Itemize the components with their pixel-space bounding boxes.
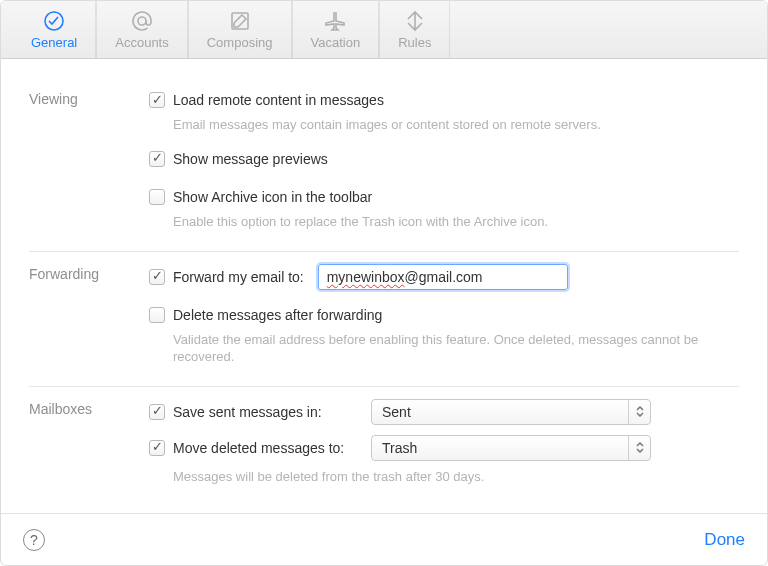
label-save-sent: Save sent messages in: xyxy=(173,404,363,420)
section-forwarding-title: Forwarding xyxy=(29,264,149,368)
tab-vacation-label: Vacation xyxy=(311,35,361,50)
dropdown-trash-value: Trash xyxy=(382,440,417,456)
checkmark-circle-icon xyxy=(42,9,66,33)
tab-composing[interactable]: Composing xyxy=(188,1,292,58)
section-mailboxes-title: Mailboxes xyxy=(29,399,149,488)
tab-composing-label: Composing xyxy=(207,35,273,50)
tab-accounts-label: Accounts xyxy=(115,35,168,50)
label-show-archive: Show Archive icon in the toolbar xyxy=(173,189,372,205)
hint-delete-after: Validate the email address before enabli… xyxy=(173,332,739,366)
preferences-window: General Accounts Composing Vacation Rule… xyxy=(0,0,768,566)
compose-icon xyxy=(228,9,252,33)
checkbox-move-deleted[interactable] xyxy=(149,440,165,456)
section-forwarding: Forwarding Forward my email to: mynewinb… xyxy=(29,252,739,387)
help-button[interactable]: ? xyxy=(23,529,45,551)
forward-email-value-word: mynewinbox xyxy=(327,269,405,285)
section-mailboxes: Mailboxes Save sent messages in: Sent xyxy=(29,387,739,506)
hint-trash: Messages will be deleted from the trash … xyxy=(173,469,739,486)
chevron-up-down-icon xyxy=(628,436,650,460)
toolbar: General Accounts Composing Vacation Rule… xyxy=(1,1,767,59)
section-viewing-title: Viewing xyxy=(29,89,149,233)
section-viewing: Viewing Load remote content in messages … xyxy=(29,77,739,252)
svg-point-1 xyxy=(138,17,146,25)
content-pane: Viewing Load remote content in messages … xyxy=(1,59,767,513)
tab-rules[interactable]: Rules xyxy=(379,1,450,58)
label-move-deleted: Move deleted messages to: xyxy=(173,440,363,456)
label-forward: Forward my email to: xyxy=(173,269,304,285)
forward-email-input[interactable]: mynewinbox@gmail.com xyxy=(318,264,568,290)
tab-accounts[interactable]: Accounts xyxy=(96,1,187,58)
footer: ? Done xyxy=(1,513,767,565)
airplane-icon xyxy=(323,9,347,33)
checkbox-delete-after[interactable] xyxy=(149,307,165,323)
at-sign-icon xyxy=(130,9,154,33)
dropdown-sent-mailbox[interactable]: Sent xyxy=(371,399,651,425)
checkbox-load-remote[interactable] xyxy=(149,92,165,108)
tab-general-label: General xyxy=(31,35,77,50)
hint-load-remote: Email messages may contain images or con… xyxy=(173,117,739,134)
checkbox-save-sent[interactable] xyxy=(149,404,165,420)
tab-general[interactable]: General xyxy=(13,1,96,58)
dropdown-sent-value: Sent xyxy=(382,404,411,420)
chevron-up-down-icon xyxy=(628,400,650,424)
label-load-remote: Load remote content in messages xyxy=(173,92,384,108)
checkbox-show-archive[interactable] xyxy=(149,189,165,205)
tab-rules-label: Rules xyxy=(398,35,431,50)
done-button[interactable]: Done xyxy=(704,530,745,550)
checkbox-forward[interactable] xyxy=(149,269,165,285)
checkbox-show-previews[interactable] xyxy=(149,151,165,167)
tab-vacation[interactable]: Vacation xyxy=(292,1,380,58)
dropdown-trash-mailbox[interactable]: Trash xyxy=(371,435,651,461)
hint-show-archive: Enable this option to replace the Trash … xyxy=(173,214,739,231)
forward-email-value-rest: @gmail.com xyxy=(405,269,483,285)
label-delete-after: Delete messages after forwarding xyxy=(173,307,382,323)
label-show-previews: Show message previews xyxy=(173,151,328,167)
arrows-icon xyxy=(403,9,427,33)
